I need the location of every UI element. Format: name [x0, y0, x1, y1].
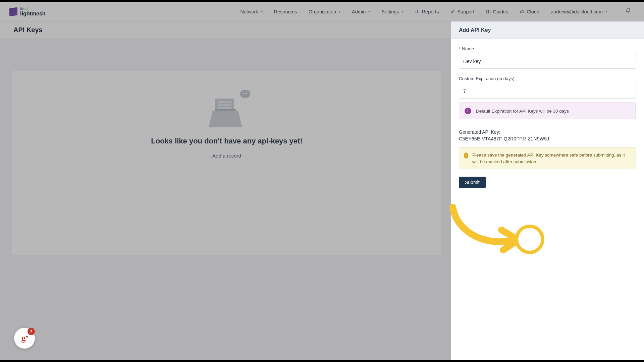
expiration-info-text: Default Expiration for API Keys will be …: [476, 109, 569, 114]
empty-state-headline: Looks like you don't have any api-keys y…: [151, 137, 302, 145]
user-email: andrew@tidalcloud.com: [551, 9, 603, 14]
drawer-body: * Name Custom Expiration (in days) i Def…: [451, 39, 644, 195]
brand-name-bottom: lightmesh: [20, 11, 46, 16]
nav-resources-label: Resources: [274, 9, 297, 14]
nav-cloud-label: Cloud: [527, 9, 539, 14]
expiration-label: Custom Expiration (in days): [459, 76, 515, 81]
brand-logo[interactable]: tidal lightmesh: [9, 7, 46, 16]
nav-network[interactable]: Network ▾: [240, 9, 262, 14]
primary-nav: Network ▾ Resources Organization ▾ Admin…: [240, 8, 635, 15]
guru-logo-icon: g: [21, 333, 28, 343]
bar-chart-icon: [415, 9, 420, 14]
save-key-warning-alert: ! Please save the generated API Key some…: [459, 147, 636, 169]
warning-icon: !: [464, 153, 468, 159]
wrench-icon: [450, 9, 455, 14]
empty-state-card: Looks like you don't have any api-keys y…: [12, 71, 441, 255]
page-title: API Keys: [13, 26, 43, 34]
chevron-down-icon: ▾: [605, 10, 607, 13]
nav-organization[interactable]: Organization ▾: [309, 9, 340, 14]
brand-logo-icon: [9, 7, 17, 16]
guru-help-launcher[interactable]: g 7: [14, 328, 35, 349]
save-key-warning-text: Please save the generated API Key somewh…: [472, 152, 631, 165]
info-icon: i: [465, 108, 471, 114]
chevron-down-icon: ▾: [339, 10, 340, 13]
name-label-row: * Name: [459, 46, 636, 51]
drawer-header: Add API Key: [451, 21, 644, 39]
nav-reports-label: Reports: [422, 9, 439, 14]
guru-notification-badge: 7: [28, 328, 35, 335]
generated-key-label: Generated API Key:: [459, 129, 636, 135]
nav-cloud[interactable]: Cloud: [520, 9, 539, 14]
add-api-key-drawer: Add API Key * Name Custom Expiration (in…: [451, 21, 644, 360]
window-bottom-border: [0, 360, 644, 362]
brand-logo-text: tidal lightmesh: [20, 7, 46, 16]
add-record-link[interactable]: Add a record: [212, 153, 241, 159]
nav-reports[interactable]: Reports: [415, 9, 439, 14]
expiration-label-row: Custom Expiration (in days): [459, 76, 636, 81]
nav-support-label: Support: [457, 9, 474, 14]
nav-organization-label: Organization: [309, 9, 336, 14]
nav-admin-label: Admin: [352, 9, 366, 14]
nav-settings[interactable]: Settings ▾: [381, 9, 403, 14]
book-icon: [486, 9, 491, 14]
field-name: * Name: [459, 46, 636, 69]
nav-support[interactable]: Support: [450, 9, 474, 14]
nav-network-label: Network: [240, 9, 258, 14]
chevron-down-icon: ▾: [368, 10, 370, 13]
submit-button[interactable]: Submit: [459, 177, 486, 188]
field-expiration: Custom Expiration (in days) i Default Ex…: [459, 76, 636, 119]
name-input[interactable]: [459, 54, 636, 69]
nav-guides[interactable]: Guides: [486, 9, 508, 14]
chevron-down-icon: ▾: [402, 10, 404, 13]
notifications-bell-icon[interactable]: [625, 8, 631, 15]
speech-bubble-icon: [240, 90, 250, 98]
nav-guides-label: Guides: [493, 9, 508, 14]
expiration-input[interactable]: [459, 84, 636, 99]
drawer-title: Add API Key: [459, 27, 491, 33]
nav-resources[interactable]: Resources: [274, 9, 297, 14]
topbar: tidal lightmesh Network ▾ Resources Orga…: [0, 2, 644, 21]
name-label: Name: [462, 46, 474, 51]
generated-key-value: C5EY65E-VTA487F-Q2R0FPR-Z1N9W5J: [459, 136, 636, 141]
nav-settings-label: Settings: [381, 9, 399, 14]
chevron-down-icon: ▾: [261, 10, 263, 13]
annotation-highlight-dot: [518, 228, 541, 251]
expiration-info-alert: i Default Expiration for API Keys will b…: [459, 103, 636, 119]
nav-user-menu[interactable]: andrew@tidalcloud.com ▾: [551, 9, 607, 14]
required-asterisk: *: [459, 46, 461, 51]
cloud-icon: [520, 9, 525, 14]
nav-admin[interactable]: Admin ▾: [352, 9, 370, 14]
window-top-border: [0, 0, 644, 2]
empty-state-illustration: [207, 89, 247, 129]
inbox-tray-icon: [209, 111, 242, 127]
brand-name-top: tidal: [20, 7, 46, 11]
